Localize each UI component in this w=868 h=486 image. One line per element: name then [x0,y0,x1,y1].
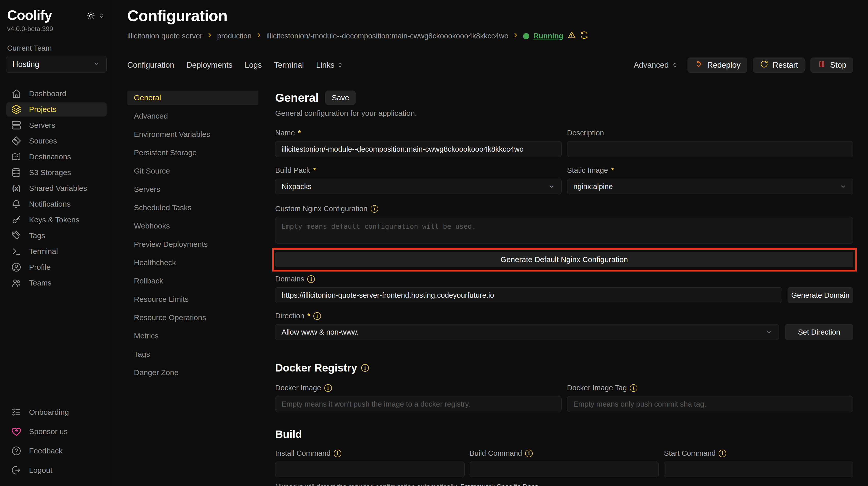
nginx-config-textarea[interactable] [275,217,853,244]
sidebar-item-sources[interactable]: Sources [6,134,107,148]
subnav-item-danger-zone[interactable]: Danger Zone [127,365,258,380]
docker-image-tag-input[interactable] [567,396,854,412]
sidebar-item-dashboard[interactable]: Dashboard [6,87,107,101]
restart-button[interactable]: Restart [753,58,805,73]
subnav-item-tags[interactable]: Tags [127,347,258,361]
home-icon [11,89,21,99]
theme-selector[interactable] [86,11,105,22]
team-label: Current Team [6,44,107,53]
sidebar-item-projects[interactable]: Projects [6,102,107,117]
static-image-label: Static Image [567,166,608,174]
status-dot [523,33,529,39]
main-area: Configuration illicitonion quote server … [112,0,868,486]
tab-links[interactable]: Links [316,61,344,70]
breadcrumb-project[interactable]: illicitonion quote server [127,32,203,40]
redeploy-icon [694,60,703,70]
chevron-right-icon [255,32,262,40]
sidebar-item-shared-variables[interactable]: (x) Shared Variables [6,181,107,195]
sidebar-item-terminal[interactable]: Terminal [6,244,107,259]
subnav-item-healthcheck[interactable]: Healthcheck [127,256,258,270]
layers-icon [11,104,21,115]
warning-triangle-icon[interactable] [567,31,576,41]
docker-image-input[interactable] [275,396,561,412]
domains-input[interactable] [275,287,782,303]
save-button[interactable]: Save [325,91,355,105]
framework-docs-link[interactable]: Framework Specific Docs [460,483,538,486]
refresh-icon[interactable] [580,31,588,41]
sidebar-item-feedback[interactable]: Feedback [6,444,107,458]
server-icon [11,120,21,130]
static-image-select[interactable]: nginx:alpine [567,179,854,194]
description-input[interactable] [567,141,854,157]
sidebar-item-profile[interactable]: Profile [6,260,107,274]
sidebar-item-onboarding[interactable]: Onboarding [6,405,107,419]
tab-links-label: Links [316,61,335,70]
info-icon [324,384,332,392]
chevron-right-icon [207,32,213,40]
start-command-label: Start Command [664,449,716,457]
name-input[interactable] [275,141,561,157]
chevrons-up-down-icon [671,62,678,69]
generate-nginx-button[interactable]: Generate Default Nginx Configuration [275,252,853,267]
breadcrumb-resource[interactable]: illicitestonion/-module--decomposition:m… [266,32,508,40]
restart-label: Restart [773,61,798,70]
tab-deployments[interactable]: Deployments [186,61,232,70]
sidebar-item-notifications[interactable]: Notifications [6,197,107,211]
sidebar-item-s3-storages[interactable]: S3 Storages [6,165,107,180]
sidebar-item-tags[interactable]: Tags [6,228,107,243]
breadcrumb-environment[interactable]: production [217,32,251,40]
info-icon [361,364,369,372]
subnav-item-general[interactable]: General [127,91,258,105]
generate-domain-button[interactable]: Generate Domain [787,287,853,303]
subnav-item-metrics[interactable]: Metrics [127,329,258,343]
build-command-input[interactable] [470,461,659,477]
commands-row: Install Command Build Command Start Comm… [275,449,853,477]
subnav-item-persistent-storage[interactable]: Persistent Storage [127,145,258,160]
docker-image-label: Docker Image [275,384,321,392]
sun-icon [86,11,95,22]
info-icon [525,450,533,457]
build-pack-select[interactable]: Nixpacks [275,179,561,194]
subnav-item-git-source[interactable]: Git Source [127,164,258,178]
advanced-dropdown[interactable]: Advanced [633,61,678,70]
direction-value: Allow www & non-www. [282,328,359,336]
sidebar-item-destinations[interactable]: Destinations [6,150,107,164]
set-direction-button[interactable]: Set Direction [785,324,853,340]
subnav-item-advanced[interactable]: Advanced [127,109,258,123]
subnav-item-resource-limits[interactable]: Resource Limits [127,292,258,306]
tab-logs[interactable]: Logs [245,61,262,70]
subnav-item-environment-variables[interactable]: Environment Variables [127,127,258,141]
database-icon [11,167,21,177]
subnav-item-scheduled-tasks[interactable]: Scheduled Tasks [127,200,258,215]
restart-icon [760,60,769,70]
heart-handshake-icon [11,426,21,436]
info-icon [630,384,638,392]
status-badge[interactable]: Running [533,32,563,40]
docker-registry-head: Docker Registry [275,362,853,374]
tab-terminal[interactable]: Terminal [274,61,304,70]
tab-configuration[interactable]: Configuration [127,61,174,70]
redeploy-button[interactable]: Redeploy [687,58,747,73]
docker-registry-row: Docker Image Docker Image Tag [275,384,853,412]
domains-label: Domains [275,275,304,283]
subnav-item-preview-deployments[interactable]: Preview Deployments [127,237,258,251]
subnav-item-rollback[interactable]: Rollback [127,274,258,288]
sidebar-item-servers[interactable]: Servers [6,118,107,132]
sidebar: Coolify v4.0.0-beta.399 Current Team Hos… [0,0,112,486]
install-command-input[interactable] [275,461,465,477]
sidebar-item-label: Keys & Tokens [29,216,80,224]
direction-select[interactable]: Allow www & non-www. [275,324,779,340]
sidebar-item-keys-tokens[interactable]: Keys & Tokens [6,213,107,227]
sidebar-item-label: Teams [29,279,52,287]
start-command-input[interactable] [664,461,853,477]
docker-image-tag-label: Docker Image Tag [567,384,627,392]
subnav-item-webhooks[interactable]: Webhooks [127,219,258,233]
stop-button[interactable]: Stop [810,58,853,73]
subnav-item-servers[interactable]: Servers [127,182,258,196]
sidebar-item-logout[interactable]: Logout [6,463,107,477]
subnav-item-resource-operations[interactable]: Resource Operations [127,311,258,325]
team-select[interactable]: Hosting [6,56,107,73]
sidebar-item-label: Destinations [29,153,71,161]
sidebar-item-teams[interactable]: Teams [6,276,107,290]
sidebar-item-sponsor-us[interactable]: Sponsor us [6,424,107,439]
